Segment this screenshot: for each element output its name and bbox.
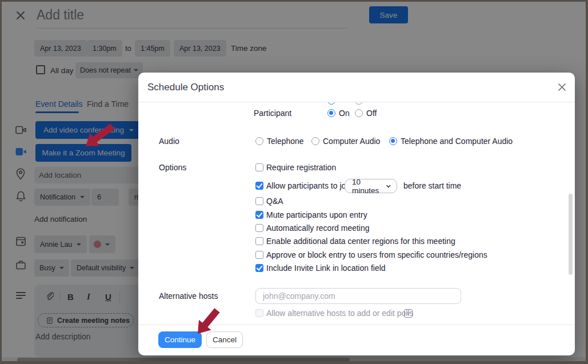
require-registration-label: Require registration	[266, 163, 336, 172]
dialog-header: Schedule Options	[138, 73, 575, 102]
mute-on-entry-label: Mute participants upon entry	[266, 211, 367, 219]
join-before-host-label: Allow participants to join	[266, 182, 352, 190]
options-label: Options	[159, 163, 186, 172]
approve-block-label: Approve or block entry to users from spe…	[266, 251, 487, 259]
audio-telephone-label: Telephone	[267, 137, 304, 146]
alternative-hosts-input[interactable]	[255, 288, 461, 304]
chevron-down-icon	[386, 185, 391, 188]
require-registration-checkbox[interactable]	[255, 163, 263, 171]
audio-both-radio[interactable]	[389, 137, 397, 145]
invite-link-label: Include Invite Link in location field	[266, 264, 386, 273]
polls-icon: v	[404, 309, 413, 318]
join-before-select-value: 10 minutes	[352, 178, 381, 195]
join-before-host-checkbox[interactable]	[255, 182, 263, 190]
data-center-label: Enable additional data center regions fo…	[266, 237, 455, 246]
auto-record-checkbox[interactable]	[255, 224, 263, 232]
qa-checkbox[interactable]	[255, 197, 263, 205]
join-before-select[interactable]: 10 minutes	[345, 179, 397, 193]
alt-hosts-polls-checkbox	[255, 309, 263, 317]
approve-block-checkbox[interactable]	[255, 251, 263, 259]
schedule-options-dialog: Schedule Options Participant On Off Audi…	[138, 73, 575, 355]
audio-telephone-radio[interactable]	[255, 137, 263, 145]
cancel-button[interactable]: Cancel	[206, 331, 243, 348]
participant-on-label: On	[339, 109, 350, 118]
invite-link-checkbox[interactable]	[255, 264, 263, 272]
audio-computer-label: Computer Audio	[323, 137, 380, 146]
alternative-hosts-label: Alternative hosts	[159, 292, 218, 301]
modal-scrollbar[interactable]	[569, 194, 573, 275]
continue-button[interactable]: Continue	[158, 331, 202, 348]
data-center-checkbox[interactable]	[255, 237, 263, 245]
cutoff-radio-sliver	[355, 102, 363, 106]
qa-label: Q&A	[266, 197, 283, 206]
participant-label: Participant	[254, 109, 291, 118]
participant-on-radio[interactable]	[327, 109, 335, 117]
cutoff-radio-sliver	[327, 102, 335, 106]
alt-hosts-polls-label: Allow alternative hosts to add or edit p…	[266, 309, 414, 318]
dialog-close-icon[interactable]	[558, 83, 566, 91]
participant-off-label: Off	[366, 109, 377, 118]
dialog-title: Schedule Options	[147, 82, 224, 93]
auto-record-label: Automatically record meeting	[266, 224, 370, 233]
audio-label: Audio	[159, 137, 179, 146]
mute-on-entry-checkbox[interactable]	[255, 211, 263, 219]
audio-computer-radio[interactable]	[311, 137, 319, 145]
participant-off-radio[interactable]	[355, 109, 363, 117]
audio-both-label: Telephone and Computer Audio	[401, 137, 513, 146]
join-before-suffix: before start time	[403, 182, 461, 190]
footer-divider	[138, 325, 575, 325]
